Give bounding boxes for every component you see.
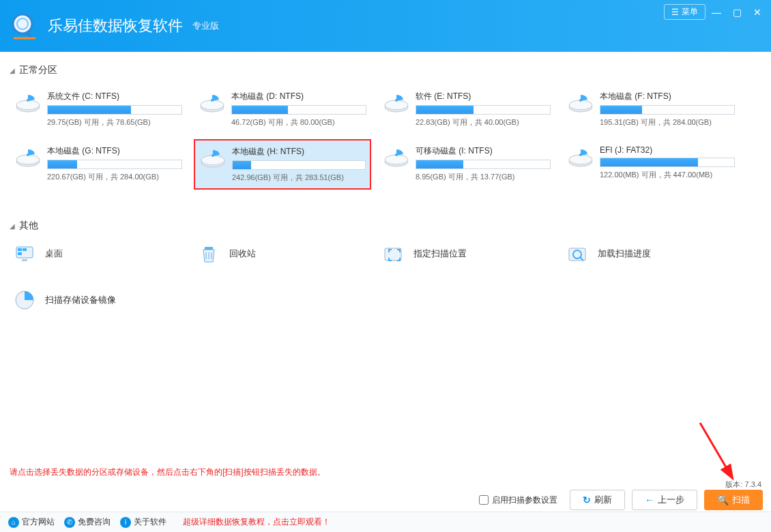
svg-point-26 [579, 153, 582, 156]
params-checkbox-input[interactable] [479, 495, 489, 505]
app-logo-icon [8, 10, 41, 42]
svg-point-14 [579, 99, 582, 102]
collapse-icon: ◢ [10, 222, 15, 230]
website-link[interactable]: ⌂ 官方网站 [8, 516, 55, 528]
partition-item[interactable]: 可移动磁盘 (I: NTFS)8.95(GB) 可用，共 13.77(GB) [378, 139, 555, 190]
usage-text: 242.96(GB) 可用，共 283.51(GB) [232, 173, 366, 183]
svg-point-7 [201, 100, 224, 110]
partition-item[interactable]: 软件 (E: NTFS)22.83(GB) 可用，共 40.00(GB) [378, 85, 555, 134]
usage-bar [416, 160, 551, 169]
main-content: ◢ 正常分区 系统文件 (C: NTFS)29.75(GB) 可用，共 78.6… [0, 52, 771, 458]
menu-label: 菜单 [682, 6, 698, 18]
partition-info: 软件 (E: NTFS)22.83(GB) 可用，共 40.00(GB) [416, 91, 551, 128]
partition-name: 系统文件 (C: NTFS) [47, 91, 182, 102]
other-item-recycle[interactable]: 回收站 [194, 240, 371, 267]
svg-point-25 [569, 155, 592, 164]
partition-info: EFI (J: FAT32)122.00(MB) 可用，共 447.00(MB) [600, 145, 735, 180]
app-title: 乐易佳数据恢复软件 [48, 16, 183, 36]
usage-text: 46.72(GB) 可用，共 80.00(GB) [231, 117, 366, 128]
version-label: 版本: 7.3.4 [725, 479, 761, 490]
home-icon: ⌂ [8, 517, 19, 528]
minimize-button[interactable]: — [707, 5, 726, 20]
other-item-desktop[interactable]: 桌面 [10, 240, 187, 267]
partitions-section-header[interactable]: ◢ 正常分区 [10, 64, 761, 76]
partitions-grid: 系统文件 (C: NTFS)29.75(GB) 可用，共 78.65(GB)本地… [10, 85, 761, 195]
menu-button[interactable]: ☰ 菜单 [664, 4, 705, 20]
svg-rect-2 [25, 31, 35, 41]
svg-point-0 [13, 14, 32, 33]
about-link[interactable]: i 关于软件 [120, 516, 166, 528]
partition-item[interactable]: 系统文件 (C: NTFS)29.75(GB) 可用，共 78.65(GB) [10, 85, 187, 134]
image-icon [14, 289, 35, 311]
close-button[interactable]: ✕ [748, 5, 767, 20]
partition-name: 可移动磁盘 (I: NTFS) [416, 145, 551, 157]
tutorial-link[interactable]: 超级详细数据恢复教程，点击立即观看！ [183, 516, 330, 528]
enable-params-checkbox[interactable]: 启用扫描参数设置 [479, 494, 557, 506]
svg-rect-30 [18, 252, 22, 255]
svg-rect-28 [18, 248, 22, 251]
partition-item[interactable]: 本地磁盘 (F: NTFS)195.31(GB) 可用，共 284.00(GB) [562, 85, 740, 134]
disk-icon [14, 145, 42, 168]
refresh-icon: ↻ [583, 494, 591, 505]
link-label: 官方网站 [22, 516, 55, 528]
scan-button[interactable]: 🔍 扫描 [704, 490, 763, 510]
partition-item[interactable]: 本地磁盘 (H: NTFS)242.96(GB) 可用，共 283.51(GB) [194, 139, 371, 190]
link-label: 免费咨询 [78, 516, 111, 528]
refresh-button[interactable]: ↻ 刷新 [570, 490, 625, 510]
other-label: 桌面 [45, 248, 63, 260]
footer: ⌂ 官方网站 ✆ 免费咨询 i 关于软件 超级详细数据恢复教程，点击立即观看！ [0, 512, 771, 532]
app-subtitle: 专业版 [192, 20, 219, 32]
partition-name: 本地磁盘 (F: NTFS) [600, 91, 735, 102]
desktop-icon [14, 243, 35, 265]
svg-rect-32 [205, 247, 213, 250]
svg-point-5 [27, 99, 29, 102]
back-button[interactable]: ← 上一步 [632, 490, 697, 510]
consult-link[interactable]: ✆ 免费咨询 [64, 516, 111, 528]
svg-point-23 [395, 153, 398, 156]
partition-name: 软件 (E: NTFS) [416, 91, 551, 102]
usage-bar [600, 158, 735, 167]
partition-name: EFI (J: FAT32) [600, 145, 735, 155]
chat-icon: ✆ [64, 517, 75, 528]
usage-text: 29.75(GB) 可用，共 78.65(GB) [47, 117, 182, 128]
others-section-header[interactable]: ◢ 其他 [10, 220, 761, 232]
maximize-button[interactable]: ▢ [727, 5, 746, 20]
other-item-target[interactable]: 指定扫描位置 [378, 240, 555, 267]
disk-icon [199, 146, 227, 169]
partition-info: 可移动磁盘 (I: NTFS)8.95(GB) 可用，共 13.77(GB) [416, 145, 551, 182]
partition-item[interactable]: 本地磁盘 (D: NTFS)46.72(GB) 可用，共 80.00(GB) [194, 85, 371, 134]
app-header: 乐易佳数据恢复软件 专业版 ☰ 菜单 — ▢ ✕ [0, 0, 771, 52]
others-grid: 桌面回收站指定扫描位置加载扫描进度扫描存储设备镜像 [10, 240, 761, 333]
usage-text: 22.83(GB) 可用，共 40.00(GB) [416, 117, 551, 128]
disk-icon [567, 145, 594, 168]
partition-item[interactable]: 本地磁盘 (G: NTFS)220.67(GB) 可用，共 284.00(GB) [10, 139, 187, 190]
disk-icon [199, 91, 226, 114]
other-item-image[interactable]: 扫描存储设备镜像 [10, 286, 187, 314]
usage-text: 195.31(GB) 可用，共 284.00(GB) [600, 117, 735, 128]
svg-point-20 [212, 154, 214, 157]
scan-label: 扫描 [732, 494, 750, 506]
recycle-icon [198, 243, 220, 265]
hint-text: 请点击选择丢失数据的分区或存储设备，然后点击右下角的[扫描]按钮扫描丢失的数据。 [10, 467, 325, 478]
section-title: 其他 [19, 220, 38, 232]
partition-name: 本地磁盘 (H: NTFS) [232, 146, 366, 158]
svg-point-17 [27, 153, 29, 156]
partition-item[interactable]: EFI (J: FAT32)122.00(MB) 可用，共 447.00(MB) [562, 139, 740, 190]
back-icon: ← [645, 494, 654, 505]
partition-info: 本地磁盘 (G: NTFS)220.67(GB) 可用，共 284.00(GB) [47, 145, 182, 182]
svg-point-16 [16, 155, 40, 164]
section-title: 正常分区 [19, 64, 57, 76]
usage-text: 8.95(GB) 可用，共 13.77(GB) [416, 172, 551, 182]
scan-icon: 🔍 [717, 494, 729, 505]
partition-info: 系统文件 (C: NTFS)29.75(GB) 可用，共 78.65(GB) [47, 91, 182, 128]
partition-info: 本地磁盘 (F: NTFS)195.31(GB) 可用，共 284.00(GB) [600, 91, 735, 128]
svg-point-11 [395, 99, 398, 102]
svg-point-4 [16, 100, 40, 110]
other-label: 加载扫描进度 [598, 248, 651, 260]
partition-info: 本地磁盘 (H: NTFS)242.96(GB) 可用，共 283.51(GB) [232, 146, 366, 183]
usage-bar [416, 105, 551, 115]
info-icon: i [120, 517, 131, 528]
disk-icon [383, 145, 410, 168]
other-item-load[interactable]: 加载扫描进度 [562, 240, 740, 267]
svg-point-22 [385, 155, 408, 164]
